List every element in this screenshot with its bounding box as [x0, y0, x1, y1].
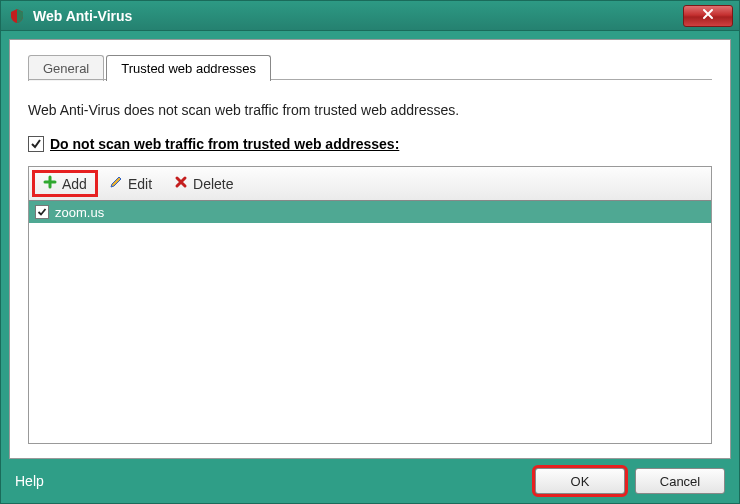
tab-label: General [43, 61, 89, 76]
edit-label: Edit [128, 176, 152, 192]
tabs: General Trusted web addresses [28, 50, 712, 80]
list-item[interactable]: zoom.us [29, 201, 711, 223]
ok-button[interactable]: OK [535, 468, 625, 494]
close-icon [702, 8, 714, 23]
plus-icon [43, 175, 57, 192]
add-button[interactable]: Add [35, 173, 95, 194]
close-button[interactable] [683, 5, 733, 27]
edit-button[interactable]: Edit [101, 173, 160, 194]
help-link[interactable]: Help [15, 473, 525, 489]
tab-body: Web Anti-Virus does not scan web traffic… [28, 80, 712, 444]
trusted-list-panel: Add Edit Delete [28, 166, 712, 444]
window-title: Web Anti-Virus [33, 8, 683, 24]
list-item-label: zoom.us [55, 205, 104, 220]
do-not-scan-label: Do not scan web traffic from trusted web… [50, 136, 399, 152]
list-toolbar: Add Edit Delete [29, 167, 711, 201]
do-not-scan-checkbox[interactable] [28, 136, 44, 152]
list-body: zoom.us [29, 201, 711, 443]
pencil-icon [109, 175, 123, 192]
title-bar: Web Anti-Virus [1, 1, 739, 31]
footer-bar: Help OK Cancel [1, 459, 739, 503]
list-item-checkbox[interactable] [35, 205, 49, 219]
window-frame: Web Anti-Virus General Trusted web addre… [0, 0, 740, 504]
do-not-scan-row: Do not scan web traffic from trusted web… [28, 136, 712, 152]
delete-label: Delete [193, 176, 233, 192]
cancel-button[interactable]: Cancel [635, 468, 725, 494]
delete-icon [174, 175, 188, 192]
tab-general[interactable]: General [28, 55, 104, 81]
delete-button[interactable]: Delete [166, 173, 241, 194]
tab-trusted-web-addresses[interactable]: Trusted web addresses [106, 55, 271, 81]
tab-label: Trusted web addresses [121, 61, 256, 76]
content-panel: General Trusted web addresses Web Anti-V… [9, 39, 731, 459]
app-icon [9, 8, 25, 24]
add-label: Add [62, 176, 87, 192]
description-text: Web Anti-Virus does not scan web traffic… [28, 102, 712, 118]
